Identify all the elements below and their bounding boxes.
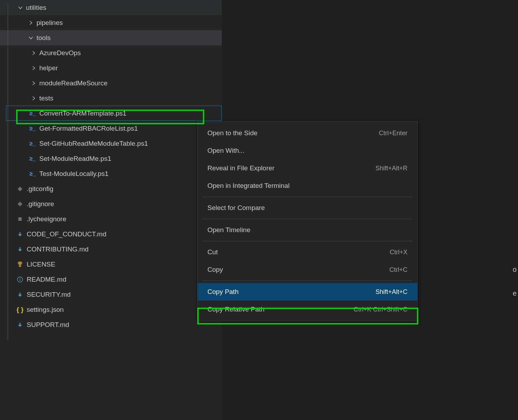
file-label: .lycheeignore xyxy=(27,215,66,223)
menu-separator xyxy=(202,241,412,241)
chevron-right-icon xyxy=(29,80,38,86)
menu-label: Copy xyxy=(207,266,223,274)
file-security[interactable]: SECURITY.md xyxy=(0,287,222,302)
file-label: SUPPORT.md xyxy=(27,321,69,329)
powershell-icon: ≥_ xyxy=(29,125,36,132)
file-setgithub[interactable]: ≥_ Set-GitHubReadMeModuleTable.ps1 xyxy=(0,136,222,151)
clipped-text: o xyxy=(513,265,517,274)
file-label: SECURITY.md xyxy=(27,291,71,298)
file-codeofconduct[interactable]: CODE_OF_CONDUCT.md xyxy=(0,227,222,242)
menu-label: Open in Integrated Terminal xyxy=(207,182,290,190)
folder-tests[interactable]: tests xyxy=(0,91,222,106)
clipped-text: e xyxy=(513,289,517,297)
json-icon: { } xyxy=(16,306,24,314)
file-getformatted[interactable]: ≥_ Get-FormattedRBACRoleList.ps1 xyxy=(0,121,222,136)
file-label: CONTRIBUTING.md xyxy=(27,245,88,253)
file-label: .gitconfig xyxy=(27,185,53,193)
markdown-icon xyxy=(16,247,24,252)
folder-modulereadmesource[interactable]: moduleReadMeSource xyxy=(0,76,222,91)
chevron-down-icon xyxy=(16,5,25,11)
menu-separator xyxy=(202,197,412,197)
file-label: ConvertTo-ARMTemplate.ps1 xyxy=(39,110,126,117)
key-icon xyxy=(16,261,24,268)
file-gitignore[interactable]: .gitignore xyxy=(0,196,222,211)
menu-label: Open Timeline xyxy=(207,226,251,234)
chevron-down-icon xyxy=(27,35,35,41)
chevron-right-icon xyxy=(27,20,35,26)
menu-label: Open to the Side xyxy=(207,129,258,137)
file-convertto-armtemplate[interactable]: ≥_ ConvertTo-ARMTemplate.ps1 xyxy=(0,106,222,121)
menu-reveal-explorer[interactable]: Reveal in File Explorer Shift+Alt+R xyxy=(198,159,417,177)
menu-copy-path[interactable]: Copy Path Shift+Alt+C xyxy=(198,283,417,301)
file-label: Get-FormattedRBACRoleList.ps1 xyxy=(39,125,138,132)
file-label: Set-ModuleReadMe.ps1 xyxy=(39,155,111,163)
file-support[interactable]: SUPPORT.md xyxy=(0,317,222,332)
folder-label: pipelines xyxy=(36,19,63,27)
folder-utilities[interactable]: utilities xyxy=(0,0,222,15)
folder-label: helper xyxy=(39,64,58,72)
folder-tools[interactable]: tools xyxy=(0,30,222,45)
file-label: Test-ModuleLocally.ps1 xyxy=(39,170,108,178)
markdown-icon xyxy=(16,292,24,297)
git-icon xyxy=(16,201,24,207)
file-lycheeignore[interactable]: ≡ .lycheeignore xyxy=(0,211,222,227)
file-label: settings.json xyxy=(27,306,64,314)
git-icon xyxy=(16,186,24,192)
menu-label: Copy Path xyxy=(207,288,239,296)
chevron-right-icon xyxy=(29,65,38,71)
folder-label: moduleReadMeSource xyxy=(39,79,107,87)
folder-label: AzureDevOps xyxy=(39,49,81,57)
menu-separator xyxy=(202,219,412,219)
folder-pipelines[interactable]: pipelines xyxy=(0,15,222,30)
menu-shortcut: Shift+Alt+C xyxy=(376,288,407,296)
markdown-icon xyxy=(16,231,24,237)
file-label: .gitignore xyxy=(27,200,54,208)
svg-point-1 xyxy=(20,262,22,264)
menu-select-compare[interactable]: Select for Compare xyxy=(198,199,417,217)
menu-shortcut: Ctrl+X xyxy=(390,249,407,256)
folder-azuredevops[interactable]: AzureDevOps xyxy=(0,45,222,60)
menu-shortcut: Shift+Alt+R xyxy=(376,165,407,172)
file-gitconfig[interactable]: .gitconfig xyxy=(0,181,222,196)
file-label: Set-GitHubReadMeModuleTable.ps1 xyxy=(39,140,148,147)
powershell-icon: ≥_ xyxy=(29,140,36,147)
file-contributing[interactable]: CONTRIBUTING.md xyxy=(0,242,222,257)
file-label: CODE_OF_CONDUCT.md xyxy=(27,230,106,238)
folder-helper[interactable]: helper xyxy=(0,60,222,76)
file-license[interactable]: LICENSE xyxy=(0,257,222,272)
svg-point-3 xyxy=(20,278,20,278)
menu-label: Copy Relative Path xyxy=(207,306,265,313)
folder-label: utilities xyxy=(26,4,46,12)
menu-label: Cut xyxy=(207,248,218,256)
menu-separator xyxy=(202,281,412,281)
menu-shortcut: Ctrl+C xyxy=(389,266,407,274)
folder-label: tools xyxy=(36,34,51,42)
file-settings[interactable]: { } settings.json xyxy=(0,302,222,317)
file-label: README.md xyxy=(27,276,66,283)
file-readme[interactable]: README.md xyxy=(0,272,222,287)
svg-rect-4 xyxy=(20,279,20,281)
menu-open-with[interactable]: Open With... xyxy=(198,142,417,159)
file-label: LICENSE xyxy=(27,261,55,268)
info-icon xyxy=(16,276,24,283)
menu-label: Open With... xyxy=(207,147,245,155)
file-setmodule[interactable]: ≥_ Set-ModuleReadMe.ps1 xyxy=(0,151,222,166)
menu-shortcut: Ctrl+K Ctrl+Shift+C xyxy=(353,306,407,313)
markdown-icon xyxy=(16,322,24,328)
menu-copy[interactable]: Copy Ctrl+C xyxy=(198,261,417,278)
menu-open-timeline[interactable]: Open Timeline xyxy=(198,221,417,239)
powershell-icon: ≥_ xyxy=(29,171,36,177)
file-testmodule[interactable]: ≥_ Test-ModuleLocally.ps1 xyxy=(0,166,222,181)
menu-label: Select for Compare xyxy=(207,204,265,212)
menu-cut[interactable]: Cut Ctrl+X xyxy=(198,243,417,261)
context-menu: Open to the Side Ctrl+Enter Open With...… xyxy=(197,121,418,321)
menu-label: Reveal in File Explorer xyxy=(207,164,274,172)
powershell-icon: ≥_ xyxy=(29,110,36,117)
powershell-icon: ≥_ xyxy=(29,156,36,162)
menu-copy-relative-path[interactable]: Copy Relative Path Ctrl+K Ctrl+Shift+C xyxy=(198,301,417,318)
menu-open-terminal[interactable]: Open in Integrated Terminal xyxy=(198,177,417,195)
menu-shortcut: Ctrl+Enter xyxy=(379,130,407,137)
text-icon: ≡ xyxy=(16,215,24,223)
chevron-right-icon xyxy=(29,96,38,101)
menu-open-to-side[interactable]: Open to the Side Ctrl+Enter xyxy=(198,124,417,142)
